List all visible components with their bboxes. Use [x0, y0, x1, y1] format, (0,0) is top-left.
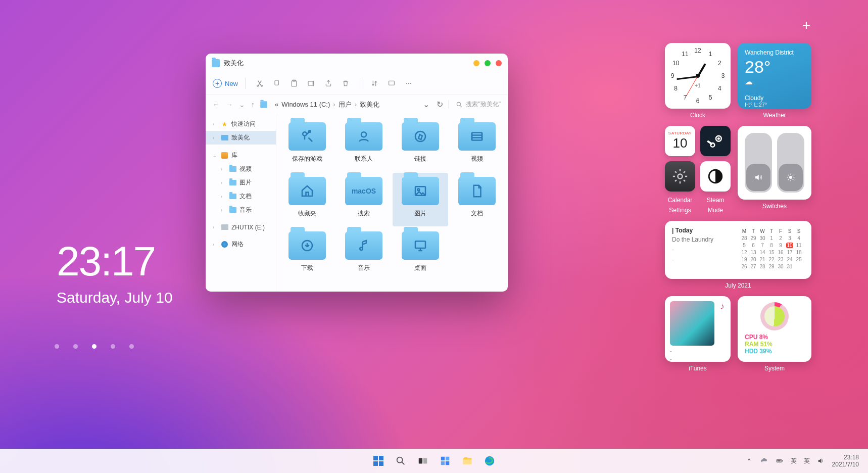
svg-rect-39 — [777, 460, 781, 462]
svg-point-9 — [410, 83, 411, 84]
sidebar-lib-documents[interactable]: ›文档 — [206, 190, 276, 203]
settings-widget[interactable] — [665, 161, 695, 192]
weather-widget[interactable]: Wancheng District 28° ☁ Cloudy H:° L:27° — [738, 43, 811, 109]
taskbar-clock[interactable]: 23:18 2021/7/10 — [832, 454, 859, 468]
folder-item[interactable]: macOS搜索 — [336, 173, 392, 226]
folder-item[interactable]: 文档 — [449, 173, 505, 226]
svg-rect-5 — [308, 81, 313, 85]
svg-rect-33 — [441, 461, 445, 465]
sidebar-drive[interactable]: ›ZHUTIX (E:) — [206, 221, 276, 233]
svg-point-25 — [678, 174, 682, 178]
delete-button[interactable] — [339, 76, 353, 90]
cut-button[interactable] — [253, 76, 267, 90]
start-button[interactable] — [369, 452, 388, 470]
svg-rect-15 — [472, 133, 482, 140]
battery-icon[interactable] — [776, 457, 784, 465]
gear-icon — [671, 168, 689, 185]
sidebar-lib-music[interactable]: ›音乐 — [206, 203, 276, 217]
add-widget-button[interactable]: + — [802, 17, 810, 33]
folder-icon: macOS — [345, 177, 382, 205]
itunes-widget[interactable]: ♪ - - — [665, 296, 731, 362]
desktop-clock-widget: 23:17 Saturday, July 10 — [57, 238, 173, 306]
ime-indicator[interactable]: 英 — [791, 457, 797, 465]
widgets-button[interactable] — [436, 452, 454, 470]
steam-widget[interactable] — [700, 126, 731, 156]
clock-widget[interactable]: +1 123456789101112 — [665, 43, 731, 109]
contrast-icon — [707, 168, 724, 185]
system-widget[interactable]: CPU 8% RAM 51% HDD 39% — [738, 296, 811, 362]
volume-icon — [754, 173, 763, 182]
sidebar-lib-video[interactable]: ›视频 — [206, 162, 276, 176]
svg-point-13 — [361, 132, 366, 137]
search-input[interactable]: 搜索"致美化" — [448, 100, 501, 109]
folder-item[interactable]: 视频 — [449, 118, 505, 172]
sort-button[interactable] — [367, 76, 381, 90]
window-title: 致美化 — [224, 59, 244, 68]
svg-rect-31 — [441, 457, 445, 460]
refresh-button[interactable]: ↻ — [437, 100, 443, 109]
brightness-switch[interactable] — [777, 133, 804, 193]
sidebar-pinned-folder[interactable]: ›致美化 — [206, 131, 276, 145]
explorer-button[interactable] — [458, 452, 476, 470]
sidebar-network[interactable]: ›网络 — [206, 238, 276, 251]
desktop-date: Saturday, July 10 — [57, 289, 173, 306]
volume-switch[interactable] — [745, 133, 772, 193]
window-controls — [473, 60, 502, 66]
svg-point-1 — [261, 85, 263, 86]
rename-button[interactable] — [304, 76, 318, 90]
folder-item[interactable]: 音乐 — [336, 227, 392, 281]
calendar-widget[interactable]: SATURDAY 10 — [665, 126, 695, 156]
folder-icon — [260, 101, 267, 108]
agenda-widget[interactable]: | Today Do the Laundry - - MTWTFSS282930… — [665, 221, 811, 279]
folder-item[interactable]: 下载 — [279, 227, 335, 281]
sidebar-quick-access[interactable]: ›★快速访问 — [206, 117, 276, 131]
svg-point-17 — [417, 189, 419, 191]
svg-point-23 — [717, 137, 720, 140]
brightness-icon — [786, 173, 795, 182]
taskview-button[interactable] — [414, 452, 432, 470]
paste-button[interactable] — [287, 76, 301, 90]
sidebar-lib-pictures[interactable]: ›图片 — [206, 176, 276, 190]
folder-item[interactable]: 收藏夹 — [279, 173, 335, 226]
folder-item[interactable]: 图片 — [393, 173, 448, 226]
system-tray: ^ 英 英 23:18 2021/7/10 — [745, 454, 868, 468]
switches-widget[interactable] — [738, 126, 811, 200]
breadcrumb-dropdown-icon[interactable]: ⌄ — [423, 100, 429, 109]
titlebar[interactable]: 致美化 — [206, 54, 508, 73]
tray-chevron-icon[interactable]: ^ — [745, 457, 753, 465]
folder-item[interactable]: 联系人 — [336, 118, 392, 172]
onedrive-icon[interactable] — [760, 457, 768, 465]
svg-rect-38 — [782, 460, 782, 462]
svg-rect-2 — [275, 80, 278, 85]
system-ring-icon — [760, 302, 789, 330]
view-button[interactable] — [384, 76, 399, 90]
new-button[interactable]: + New — [213, 79, 238, 88]
ime-indicator-2[interactable]: 英 — [804, 457, 810, 465]
close-button[interactable] — [496, 60, 502, 66]
page-indicator[interactable] — [55, 344, 134, 349]
folder-item[interactable]: 链接 — [393, 118, 448, 172]
widgets-panel: +1 123456789101112 Clock Wancheng Distri… — [665, 43, 811, 372]
sidebar-library[interactable]: ⌄库 — [206, 149, 276, 162]
maximize-button[interactable] — [485, 60, 491, 66]
more-button[interactable] — [402, 76, 416, 90]
search-button[interactable] — [392, 452, 410, 470]
minimize-button[interactable] — [473, 60, 479, 66]
search-icon — [456, 101, 463, 108]
nav-back-button[interactable]: ← — [213, 101, 220, 109]
svg-rect-34 — [446, 461, 449, 465]
steam-icon — [706, 131, 725, 151]
nav-up-button[interactable]: ↑ — [251, 101, 255, 109]
nav-recent-button[interactable]: ⌄ — [239, 101, 245, 109]
volume-icon[interactable] — [817, 457, 825, 465]
folder-item[interactable]: 桌面 — [393, 227, 448, 281]
folder-item[interactable]: 保存的游戏 — [279, 118, 335, 172]
folder-icon — [345, 231, 382, 260]
breadcrumb[interactable]: « Windows 11 (C:)› 用户› 致美化 — [260, 100, 418, 109]
folder-icon — [288, 231, 326, 260]
share-button[interactable] — [321, 76, 335, 90]
copy-button[interactable] — [270, 76, 284, 90]
edge-button[interactable] — [480, 452, 499, 470]
nav-forward-button[interactable]: → — [226, 101, 233, 109]
mode-widget[interactable] — [700, 161, 731, 192]
